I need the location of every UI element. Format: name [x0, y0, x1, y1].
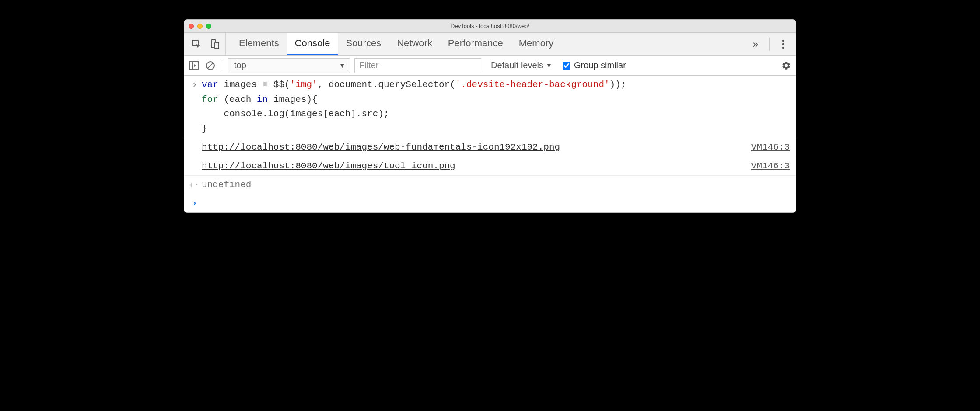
svg-line-9 — [208, 63, 213, 68]
devtools-menu-button[interactable] — [776, 37, 791, 52]
svg-rect-2 — [215, 42, 219, 49]
svg-point-4 — [782, 43, 784, 45]
toggle-sidebar-icon[interactable] — [188, 59, 200, 72]
device-toolbar-icon[interactable] — [208, 36, 222, 52]
tab-elements[interactable]: Elements — [231, 33, 287, 55]
output-marker-icon: ‹· — [189, 178, 202, 192]
group-similar-toggle[interactable]: Group similar — [563, 60, 626, 70]
separator — [769, 38, 770, 51]
window-minimize-button[interactable] — [197, 24, 203, 29]
context-value: top — [234, 60, 246, 70]
console-toolbar: top ▼ Default levels ▼ Group similar — [184, 56, 796, 76]
tab-network[interactable]: Network — [389, 33, 440, 55]
window-title: DevTools - localhost:8080/web/ — [184, 23, 796, 29]
return-value: undefined — [202, 178, 790, 192]
log-message: http://localhost:8080/web/images/web-fun… — [202, 140, 751, 155]
levels-label: Default levels — [491, 60, 543, 70]
console-log-row: http://localhost:8080/web/images/tool_ic… — [184, 157, 796, 176]
input-marker-icon: › — [189, 77, 202, 136]
execution-context-select[interactable]: top ▼ — [228, 58, 350, 73]
gutter — [189, 159, 202, 174]
inspect-element-icon[interactable] — [189, 36, 203, 52]
log-link[interactable]: http://localhost:8080/web/images/web-fun… — [202, 142, 560, 152]
tab-memory[interactable]: Memory — [511, 33, 561, 55]
tabbar-tools — [188, 33, 226, 55]
window-close-button[interactable] — [189, 24, 194, 29]
log-levels-select[interactable]: Default levels ▼ — [491, 60, 552, 70]
log-source-link[interactable]: VM146:3 — [751, 159, 790, 174]
console-log-area[interactable]: › var images = $$('img', document.queryS… — [184, 76, 796, 212]
console-log-row: http://localhost:8080/web/images/web-fun… — [184, 138, 796, 157]
main-tabs: Elements Console Sources Network Perform… — [231, 33, 561, 55]
dropdown-triangle-icon: ▼ — [339, 62, 345, 69]
console-prompt-row[interactable]: › — [184, 194, 796, 212]
window-zoom-button[interactable] — [206, 24, 211, 29]
console-input-code: var images = $$('img', document.querySel… — [202, 77, 790, 136]
titlebar: DevTools - localhost:8080/web/ — [184, 20, 796, 33]
group-similar-label: Group similar — [574, 60, 626, 70]
svg-rect-6 — [189, 62, 198, 70]
log-link[interactable]: http://localhost:8080/web/images/tool_ic… — [202, 161, 455, 171]
devtools-window: DevTools - localhost:8080/web/ Elements … — [184, 19, 796, 213]
gutter — [189, 140, 202, 155]
svg-point-3 — [782, 39, 784, 41]
clear-console-icon[interactable] — [204, 59, 217, 72]
prompt-marker-icon: › — [189, 196, 202, 211]
console-settings-icon[interactable] — [780, 59, 792, 72]
tabbar-right: » — [748, 33, 792, 55]
console-filter-input[interactable] — [354, 58, 481, 73]
svg-point-5 — [782, 46, 784, 48]
console-input-row: › var images = $$('img', document.queryS… — [184, 76, 796, 138]
main-tabbar: Elements Console Sources Network Perform… — [184, 33, 796, 56]
traffic-lights — [189, 24, 211, 29]
group-similar-checkbox[interactable] — [563, 62, 570, 70]
console-return-row: ‹· undefined — [184, 176, 796, 195]
separator — [222, 60, 222, 71]
more-tabs-button[interactable]: » — [748, 37, 763, 52]
console-prompt[interactable] — [202, 196, 790, 211]
tab-console[interactable]: Console — [287, 33, 338, 55]
dropdown-triangle-icon: ▼ — [546, 62, 552, 69]
tab-sources[interactable]: Sources — [338, 33, 389, 55]
tab-performance[interactable]: Performance — [440, 33, 511, 55]
log-source-link[interactable]: VM146:3 — [751, 140, 790, 155]
log-message: http://localhost:8080/web/images/tool_ic… — [202, 159, 751, 174]
